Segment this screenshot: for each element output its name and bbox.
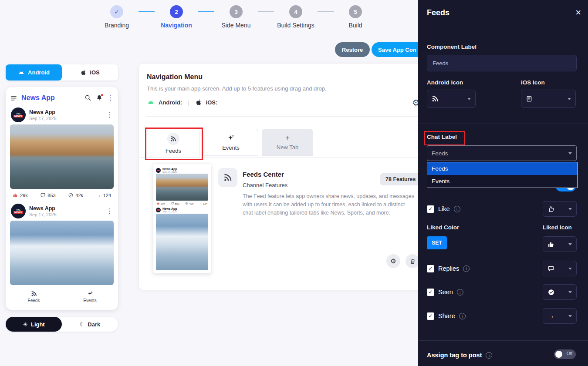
android-icon-label: Android Icon: [427, 79, 463, 86]
liked-icon-dropdown[interactable]: [543, 236, 577, 252]
feature-preview-thumbnail[interactable]: News App Sep 17, 2025 29k 853 42k →124 N…: [153, 164, 211, 273]
step-label: Navigation: [161, 22, 192, 29]
chat-label: Chat Label: [427, 134, 457, 140]
step-build-settings[interactable]: 4 Build Settings: [274, 5, 318, 29]
post-date: Sep 17, 2025: [29, 116, 56, 121]
divider: [418, 124, 588, 124]
info-icon[interactable]: i: [486, 352, 492, 359]
chat-label-options-list: Feeds Events: [427, 162, 578, 188]
assign-tag-toggle[interactable]: Off: [554, 349, 576, 359]
post-author: News App: [162, 168, 177, 171]
phone-preview: News App ⋮ THE NEWS News App Sep 17, 202…: [6, 87, 118, 310]
toggle-knob: [555, 351, 562, 358]
preview-tab-events[interactable]: Events: [62, 287, 118, 306]
hamburger-menu-icon[interactable]: [10, 94, 17, 102]
share-arrow-icon[interactable]: →: [96, 192, 101, 198]
post-stats: 29k 853 42k →124: [10, 189, 114, 201]
ios-icon-label: iOS Icon: [521, 79, 545, 86]
step-navigation[interactable]: 2 Navigation: [155, 5, 198, 29]
replies-checkbox[interactable]: ✓: [427, 265, 434, 272]
component-label-input[interactable]: [427, 55, 577, 71]
divider: [418, 340, 588, 341]
post-kebab-icon[interactable]: ⋮: [106, 207, 113, 215]
post-author: News App: [162, 207, 177, 210]
info-icon[interactable]: i: [457, 289, 463, 295]
step-branding[interactable]: ✓ Branding: [95, 5, 139, 29]
feature-delete-button[interactable]: [406, 254, 419, 268]
platform-ios-label: iOS: [90, 69, 99, 76]
option-feeds[interactable]: Feeds: [427, 162, 577, 175]
restore-button[interactable]: Restore: [335, 42, 370, 57]
assign-tag-label: Assign tag to post: [427, 352, 482, 359]
like-row: ✓ Like i: [427, 201, 460, 217]
search-icon[interactable]: [84, 94, 91, 101]
theme-dark-button[interactable]: ☾ Dark: [62, 317, 118, 332]
seen-icon[interactable]: [68, 192, 74, 198]
chat-label-value: Feeds: [432, 150, 448, 157]
step-number: 3: [230, 5, 243, 18]
step-label: Build Settings: [277, 22, 314, 29]
replies-icon-dropdown[interactable]: [543, 261, 577, 276]
info-icon[interactable]: i: [454, 206, 460, 212]
thumbs-up-filled-icon: [547, 241, 555, 248]
step-number: 5: [349, 5, 362, 18]
like-checkbox[interactable]: ✓: [427, 205, 434, 213]
android-icon: [18, 69, 25, 76]
feature-subtitle: Channel Features: [243, 182, 287, 188]
preview-post-1: THE NEWS News App Sep 17, 2025 ⋮ 29k 853…: [10, 105, 114, 201]
liked-icon-label: Liked Icon: [543, 224, 572, 231]
tab-feeds[interactable]: Feeds: [147, 129, 200, 158]
chevron-down-icon: [568, 315, 572, 317]
share-label: Share: [438, 312, 455, 319]
step-label: Build: [348, 22, 362, 29]
apple-icon: [80, 69, 87, 76]
share-icon-dropdown[interactable]: →: [543, 308, 577, 324]
option-events[interactable]: Events: [427, 175, 577, 188]
set-color-button[interactable]: SET: [427, 236, 447, 249]
platform-android-label: Android: [28, 69, 50, 76]
step-side-menu[interactable]: 3 Side Menu: [214, 5, 258, 29]
feature-settings-button[interactable]: ⚙: [386, 254, 400, 268]
seen-checkbox[interactable]: ✓: [427, 289, 434, 296]
tab-events-label: Events: [222, 144, 240, 151]
info-icon[interactable]: i: [463, 265, 470, 272]
stepper: ✓ Branding 2 Navigation 3 Side Menu 4 Bu…: [95, 5, 377, 29]
avatar: THE NEWS: [11, 204, 26, 218]
tab-events[interactable]: Events: [203, 129, 258, 156]
info-icon[interactable]: i: [459, 313, 466, 319]
ios-icon-dropdown[interactable]: [521, 90, 576, 108]
android-icon-dropdown[interactable]: [427, 90, 476, 108]
chat-label-select[interactable]: Feeds: [427, 145, 577, 161]
share-checkbox[interactable]: ✓: [427, 312, 434, 320]
avatar: [156, 208, 161, 212]
comment-icon: [171, 202, 174, 205]
apple-icon: [195, 99, 202, 106]
chevron-down-icon: [467, 98, 471, 100]
kebab-menu-icon[interactable]: ⋮: [107, 94, 114, 102]
seen-row: ✓ Seen i: [427, 284, 463, 300]
chevron-down-icon: [568, 268, 572, 270]
platform-ios-button[interactable]: iOS: [62, 64, 118, 81]
sparkle-icon: [227, 134, 235, 142]
moon-icon: ☾: [80, 321, 85, 328]
tab-new-tab[interactable]: + New Tab: [262, 129, 313, 156]
features-count-badge: 78 Features: [380, 173, 421, 185]
stepper-connector: [318, 11, 334, 12]
share-arrow-icon: →: [199, 202, 202, 205]
post-image-mountains: [156, 214, 208, 270]
post-date: Sep 17, 2025: [29, 212, 56, 217]
bell-icon[interactable]: [96, 94, 103, 101]
platform-labels-row: Android: | iOS:: [147, 98, 217, 106]
post-kebab-icon[interactable]: ⋮: [106, 111, 113, 119]
trash-icon: [409, 258, 416, 265]
like-count: 29k: [20, 193, 28, 198]
preview-tab-feeds[interactable]: Feeds: [6, 287, 62, 306]
comment-icon[interactable]: [40, 192, 46, 198]
theme-light-button[interactable]: ☀ Light: [6, 317, 62, 332]
like-icon-dropdown[interactable]: [543, 201, 577, 217]
platform-android-button[interactable]: Android: [6, 64, 62, 81]
step-build[interactable]: 5 Build: [334, 5, 377, 29]
like-icon[interactable]: [13, 192, 18, 198]
close-icon[interactable]: ×: [575, 8, 581, 17]
seen-icon-dropdown[interactable]: [543, 284, 577, 300]
